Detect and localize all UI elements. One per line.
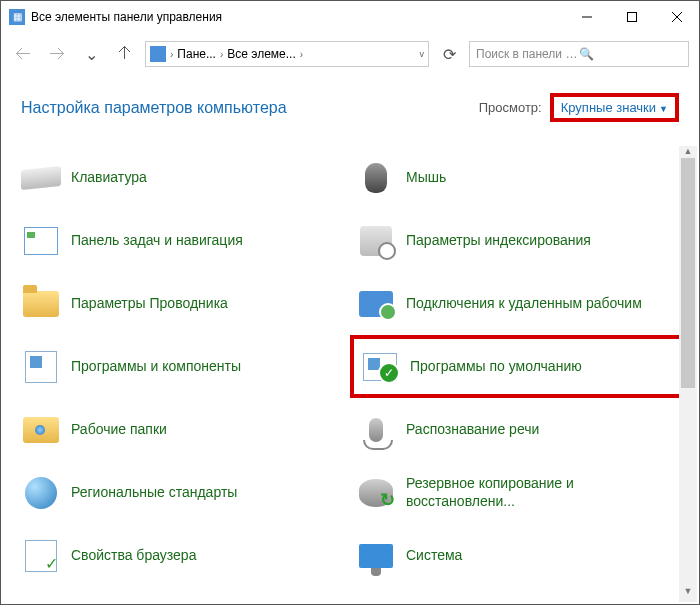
control-panel-item[interactable]: Программы и компоненты: [15, 335, 350, 398]
page-title: Настройка параметров компьютера: [21, 99, 479, 117]
control-panel-item[interactable]: Рабочие папки: [15, 398, 350, 461]
item-label: Система: [406, 547, 462, 565]
minimize-button[interactable]: [564, 2, 609, 32]
item-label: Панель задач и навигация: [71, 232, 243, 250]
up-button[interactable]: 🡡: [111, 40, 139, 68]
keyboard-icon: [21, 158, 61, 198]
breadcrumb[interactable]: › Пане... › Все элеме... › v: [145, 41, 429, 67]
address-bar: 🡠 🡢 ⌄ 🡡 › Пане... › Все элеме... › v ⟳ П…: [1, 33, 699, 75]
scroll-thumb[interactable]: [681, 158, 695, 388]
view-selected: Крупные значки: [561, 100, 656, 115]
scroll-down-button[interactable]: ▼: [679, 586, 697, 602]
svg-rect-1: [627, 13, 636, 22]
item-label: Подключения к удаленным рабочим: [406, 295, 642, 313]
search-input[interactable]: Поиск в панели управле... 🔍: [469, 41, 689, 67]
programs-features-icon: [21, 347, 61, 387]
control-panel-item[interactable]: Резервное копирование и восстановлени...: [350, 461, 685, 524]
control-panel-item[interactable]: Мышь: [350, 146, 685, 209]
taskbar-icon: [21, 221, 61, 261]
default-programs-icon: [360, 347, 400, 387]
view-select[interactable]: Крупные значки▼: [550, 93, 679, 122]
mouse-icon: [356, 158, 396, 198]
control-panel-item[interactable]: Региональные стандарты: [15, 461, 350, 524]
item-label: Мышь: [406, 169, 446, 187]
forward-button: 🡢: [43, 40, 71, 68]
control-panel-item[interactable]: Система: [350, 524, 685, 587]
item-label: Рабочие папки: [71, 421, 167, 439]
browser-properties-icon: [21, 536, 61, 576]
region-icon: [21, 473, 61, 513]
refresh-button[interactable]: ⟳: [435, 45, 463, 64]
chevron-right-icon[interactable]: ›: [170, 49, 173, 60]
search-icon[interactable]: 🔍: [579, 47, 682, 61]
backup-restore-icon: [356, 473, 396, 513]
close-button[interactable]: [654, 2, 699, 32]
scrollbar[interactable]: ▲ ▼: [679, 146, 697, 602]
control-panel-item[interactable]: Клавиатура: [15, 146, 350, 209]
item-label: Свойства браузера: [71, 547, 196, 565]
control-panel-item[interactable]: Свойства браузера: [15, 524, 350, 587]
item-label: Распознавание речи: [406, 421, 539, 439]
work-folders-icon: [21, 410, 61, 450]
recent-chevron-icon[interactable]: ⌄: [77, 40, 105, 68]
indexing-icon: [356, 221, 396, 261]
item-label: Параметры Проводника: [71, 295, 228, 313]
content-area: КлавиатураМышьПанель задач и навигацияПа…: [3, 146, 697, 602]
control-panel-item[interactable]: Панель задач и навигация: [15, 209, 350, 272]
control-panel-icon: [150, 46, 166, 62]
control-panel-item[interactable]: Параметры индексирования: [350, 209, 685, 272]
control-panel-item[interactable]: Распознавание речи: [350, 398, 685, 461]
maximize-button[interactable]: [609, 2, 654, 32]
address-dropdown-icon[interactable]: v: [420, 49, 425, 59]
heading-row: Настройка параметров компьютера Просмотр…: [1, 75, 699, 130]
system-icon: [356, 536, 396, 576]
breadcrumb-segment[interactable]: Все элеме...: [227, 47, 295, 61]
explorer-options-icon: [21, 284, 61, 324]
window-icon: ▦: [9, 9, 25, 25]
view-label: Просмотр:: [479, 100, 542, 115]
chevron-down-icon: ▼: [659, 104, 668, 114]
item-label: Резервное копирование и восстановлени...: [406, 475, 679, 510]
search-placeholder: Поиск в панели управле...: [476, 47, 579, 61]
item-label: Клавиатура: [71, 169, 147, 187]
item-label: Программы по умолчанию: [410, 358, 582, 376]
window-title: Все элементы панели управления: [31, 10, 564, 24]
chevron-right-icon[interactable]: ›: [220, 49, 223, 60]
speech-icon: [356, 410, 396, 450]
control-panel-item[interactable]: Программы по умолчанию: [350, 335, 685, 398]
back-button[interactable]: 🡠: [9, 40, 37, 68]
item-label: Параметры индексирования: [406, 232, 591, 250]
control-panel-item[interactable]: Параметры Проводника: [15, 272, 350, 335]
control-panel-item[interactable]: Подключения к удаленным рабочим: [350, 272, 685, 335]
item-label: Региональные стандарты: [71, 484, 237, 502]
breadcrumb-segment[interactable]: Пане...: [177, 47, 216, 61]
chevron-right-icon[interactable]: ›: [300, 49, 303, 60]
titlebar: ▦ Все элементы панели управления: [1, 1, 699, 33]
remote-desktop-icon: [356, 284, 396, 324]
item-label: Программы и компоненты: [71, 358, 241, 376]
